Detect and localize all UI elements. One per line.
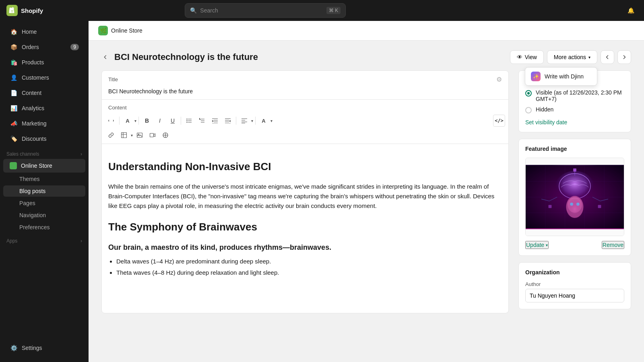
- search-bar[interactable]: 🔍 Search ⌘ K: [185, 3, 346, 18]
- rte-table-chevron[interactable]: ▾: [131, 133, 133, 138]
- rte-code-btn[interactable]: </>: [493, 115, 505, 127]
- more-actions-button[interactable]: More actions ▾: [547, 50, 597, 64]
- editor-panel: Title ⚙ Content: [101, 70, 509, 316]
- rte-font-btn[interactable]: A: [122, 115, 134, 127]
- logo[interactable]: Shopify: [6, 5, 43, 16]
- organization-title: Organization: [525, 269, 624, 276]
- rte-align-chevron[interactable]: ▾: [251, 119, 253, 123]
- content-heading3: Our brain, a maestro of its kind, produc…: [108, 242, 502, 253]
- rte-italic-btn[interactable]: I: [154, 115, 166, 127]
- sidebar-sub-themes-label: Themes: [19, 176, 40, 182]
- sidebar-item-content-label: Content: [22, 90, 41, 96]
- update-image-label: Update: [526, 242, 544, 248]
- sidebar: 🏠 Home 📦 Orders 9 🛍️ Products 👤 Customer…: [0, 21, 89, 362]
- page-title-area: BCI Neurotechnology is the future: [101, 52, 510, 62]
- featured-image[interactable]: [526, 165, 624, 229]
- content-icon: 📄: [10, 89, 18, 97]
- svg-rect-4: [122, 133, 127, 138]
- prev-button[interactable]: [601, 50, 614, 64]
- sidebar-item-customers[interactable]: 👤 Customers: [3, 70, 85, 85]
- sales-channels-expand-icon[interactable]: ›: [80, 151, 82, 157]
- notification-bell[interactable]: 🔔: [625, 4, 638, 17]
- topbar: Shopify 🔍 Search ⌘ K 🔔: [0, 0, 644, 21]
- visibility-hidden-radio[interactable]: [525, 107, 532, 113]
- rte-video-btn[interactable]: [147, 129, 159, 141]
- view-label: View: [525, 54, 537, 60]
- sidebar-item-content[interactable]: 📄 Content: [3, 86, 85, 100]
- rte-underline-btn[interactable]: U: [167, 115, 179, 127]
- next-button[interactable]: [617, 50, 631, 64]
- rte-indent-right-btn[interactable]: [222, 115, 234, 127]
- sidebar-sub-preferences-label: Preferences: [19, 224, 50, 230]
- brain-visual: [526, 165, 624, 229]
- visibility-visible-option[interactable]: Visible (as of 12/26/2023, 2:30 PM GMT+7…: [525, 89, 624, 102]
- sidebar-item-online-store-label: Online Store: [21, 162, 52, 169]
- view-button[interactable]: 👁 View: [510, 50, 544, 64]
- analytics-icon: 📊: [10, 104, 18, 112]
- djinn-icon: ✨: [531, 72, 541, 81]
- organization-card: Organization Author: [518, 262, 631, 309]
- author-input[interactable]: [525, 289, 624, 302]
- rte-bold-btn[interactable]: B: [141, 115, 153, 127]
- sidebar-item-settings[interactable]: ⚙️ Settings: [3, 341, 85, 355]
- sidebar-item-analytics-label: Analytics: [22, 105, 44, 111]
- rte-content-area[interactable]: Understanding Non-Invasive BCI While the…: [102, 144, 508, 313]
- svg-point-28: [563, 191, 587, 218]
- rte-align-btn[interactable]: [238, 115, 250, 127]
- orders-icon: 📦: [10, 43, 18, 51]
- rte-font-chevron[interactable]: ▾: [134, 119, 136, 123]
- featured-image-area: [525, 158, 624, 236]
- rte-ul-btn[interactable]: [183, 115, 195, 127]
- search-placeholder: Search: [200, 7, 218, 14]
- rte-divider1: [119, 117, 120, 125]
- more-actions-label: More actions: [554, 54, 586, 60]
- image-bottom-bar: [526, 229, 624, 236]
- content-label-text: Content: [108, 105, 127, 111]
- write-with-djinn-label: Write with Djinn: [545, 73, 584, 80]
- page-title-text: BCI Neurotechnology is the future: [114, 52, 258, 62]
- visibility-visible-radio[interactable]: [525, 90, 532, 97]
- remove-image-button[interactable]: Remove: [602, 241, 624, 249]
- rte-block-btn[interactable]: [159, 129, 171, 141]
- sidebar-sub-blog-posts[interactable]: Blog posts: [3, 185, 85, 197]
- rte-color-chevron[interactable]: ▾: [270, 119, 272, 123]
- sidebar-item-home[interactable]: 🏠 Home: [3, 25, 85, 39]
- rte-image-btn[interactable]: [134, 129, 146, 141]
- online-store-icon: [10, 162, 17, 169]
- sidebar-sub-navigation[interactable]: Navigation: [3, 210, 85, 221]
- sidebar-sub-blog-posts-label: Blog posts: [19, 188, 45, 194]
- rte-table-btn[interactable]: [118, 129, 130, 141]
- remove-image-label: Remove: [603, 242, 623, 248]
- sidebar-sub-themes[interactable]: Themes: [3, 173, 85, 185]
- visibility-hidden-option[interactable]: Hidden: [525, 106, 624, 113]
- sidebar-item-discounts[interactable]: 🏷️ Discounts: [3, 132, 85, 146]
- home-icon: 🏠: [10, 28, 18, 36]
- sidebar-item-marketing-label: Marketing: [22, 120, 46, 127]
- sales-channels-section: Sales channels ›: [0, 146, 89, 158]
- title-input[interactable]: [102, 85, 508, 100]
- apps-expand-icon[interactable]: ›: [80, 238, 82, 244]
- svg-point-1: [186, 120, 187, 121]
- sidebar-sub-pages[interactable]: Pages: [3, 197, 85, 209]
- back-button[interactable]: [101, 53, 109, 61]
- rte-indent-left-btn[interactable]: [209, 115, 221, 127]
- sidebar-item-products[interactable]: 🛍️ Products: [3, 55, 85, 70]
- sidebar-item-analytics[interactable]: 📊 Analytics: [3, 101, 85, 115]
- featured-image-card: Featured image: [518, 139, 631, 256]
- rte-color-btn[interactable]: A: [258, 115, 270, 127]
- rte-ol-btn[interactable]: 1.: [196, 115, 208, 127]
- customers-icon: 👤: [10, 74, 18, 82]
- settings-icon: ⚙️: [10, 344, 18, 352]
- sidebar-item-orders[interactable]: 📦 Orders 9: [3, 40, 85, 54]
- image-top-bar: [526, 158, 624, 165]
- sidebar-sub-preferences[interactable]: Preferences: [3, 222, 85, 233]
- write-with-djinn-item[interactable]: ✨ Write with Djinn: [525, 68, 597, 85]
- set-visibility-date-link[interactable]: Set visibility date: [525, 119, 567, 125]
- update-image-button[interactable]: Update ▾: [525, 241, 549, 249]
- sidebar-item-marketing[interactable]: 📣 Marketing: [3, 116, 85, 131]
- svg-point-0: [186, 119, 187, 119]
- visibility-visible-label: Visible (as of 12/26/2023, 2:30 PM GMT+7…: [536, 89, 624, 102]
- rte-source-btn[interactable]: [105, 115, 117, 127]
- sidebar-item-online-store[interactable]: Online Store: [3, 159, 85, 173]
- rte-link-btn[interactable]: [105, 129, 117, 141]
